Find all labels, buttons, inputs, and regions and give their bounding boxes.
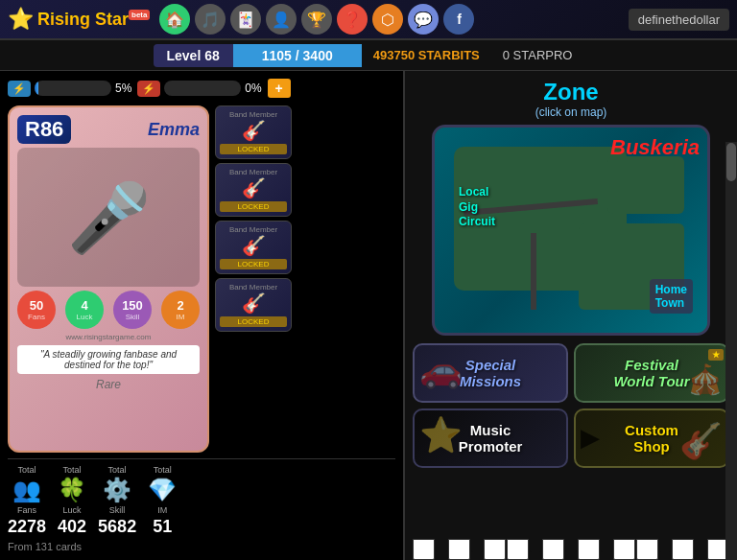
festival-badge: ★: [708, 349, 724, 361]
logo-area: ⭐ Rising Star beta: [8, 7, 150, 32]
piano-key-white-5: [542, 539, 564, 560]
luck-stat: 4 Luck: [65, 291, 104, 329]
band-member-label-3: Band Member: [220, 225, 287, 234]
stamina-icon: ⚡: [8, 81, 31, 97]
fans-stat: 50 Fans: [17, 291, 56, 329]
band-member-label-1: Band Member: [220, 110, 287, 119]
starpro-display: 0 STARPRO: [491, 44, 584, 66]
local-gig-label[interactable]: LocalGigCircuit: [459, 185, 495, 230]
festival-world-tour-button[interactable]: 🎪 FestivalWorld Tour ★: [574, 343, 729, 403]
fans-label: Fans: [28, 313, 45, 321]
custom-shop-button[interactable]: 🎸 CustomShop ▶: [574, 408, 729, 468]
music-promoter-button[interactable]: ⭐ MusicPromoter: [413, 408, 568, 468]
map-background: Buskeria LocalGigCircuit HomeTown: [435, 128, 707, 333]
flash-icon: ⚡: [137, 81, 160, 97]
im-col-label: IM: [157, 505, 167, 515]
right-panel: Zone (click on map) Buskeria LocalGigCir…: [403, 71, 737, 560]
piano-key-black-7: [695, 539, 706, 552]
piano-key-white-3: [484, 539, 506, 560]
card-website: www.risingstargame.com: [17, 333, 200, 341]
map-container[interactable]: Buskeria LocalGigCircuit HomeTown: [432, 125, 710, 336]
band-icon-3: 🎸: [220, 234, 287, 257]
starbits-display: 493750 STARBITS: [362, 44, 491, 66]
hive-nav-icon[interactable]: ⬡: [372, 4, 403, 35]
card-rarity: Rare: [17, 378, 200, 391]
piano-key-white-7: [613, 539, 635, 560]
map-road-2: [531, 233, 536, 310]
fans-col-icon: 👥: [12, 477, 41, 503]
band-member-slot-2[interactable]: Band Member 🎸 LOCKED: [215, 163, 292, 217]
piano-key-white-6: [578, 539, 600, 560]
shop-arrow-icon: ▶: [581, 425, 598, 452]
main-content: ⚡ 5% ⚡ 0% + R86 Emma: [0, 71, 737, 560]
action-buttons: 🚗 SpecialMissions 🎪 FestivalWorld Tour ★…: [405, 336, 737, 476]
home-town-label[interactable]: HomeTown: [650, 279, 693, 314]
nav-icons: 🏠 🎵 🃏 👤 🏆 ❓ ⬡ 💬 f: [159, 4, 474, 35]
star-icon: ⭐: [8, 7, 34, 32]
skill-num: 150: [122, 298, 143, 313]
cards-nav-icon[interactable]: 🃏: [230, 4, 261, 35]
shop-bg-icon: 🎸: [679, 421, 723, 461]
piano-key-white-2: [448, 539, 470, 560]
band-member-slot-4[interactable]: Band Member 🎸 LOCKED: [215, 278, 292, 332]
skill-col-label: Skill: [109, 505, 126, 515]
trophy-nav-icon[interactable]: 🏆: [301, 4, 332, 35]
card-stats: 50 Fans 4 Luck 150 Skill 2 IM: [17, 291, 200, 329]
left-panel: ⚡ 5% ⚡ 0% + R86 Emma: [0, 71, 403, 560]
total-fans-col: Total 👥 Fans 2278: [8, 465, 46, 537]
stamina-bar-group: ⚡ 5%: [8, 81, 131, 97]
card-id: R86: [17, 115, 71, 144]
festival-bg-icon: 🎪: [687, 362, 723, 396]
card-name: Emma: [148, 120, 200, 140]
fans-col-value: 2278: [8, 517, 46, 537]
locked-badge-4: LOCKED: [220, 316, 287, 327]
band-icon-4: 🎸: [220, 292, 287, 315]
total-skill-col: Total ⚙️ Skill 5682: [98, 465, 136, 537]
fans-num: 50: [30, 298, 43, 313]
luck-col-value: 402: [58, 517, 86, 537]
band-member-slot-1[interactable]: Band Member 🎸 LOCKED: [215, 105, 292, 159]
level-bar: Level 68 1105 / 3400 493750 STARBITS 0 S…: [0, 40, 737, 71]
person-nav-icon[interactable]: 👤: [266, 4, 297, 35]
total-label-skill: Total: [108, 465, 127, 475]
piano-key-black: [436, 539, 447, 552]
question-nav-icon[interactable]: ❓: [337, 4, 368, 35]
stamina-value: 5%: [115, 82, 131, 95]
im-num: 2: [177, 298, 183, 313]
card-quote: "A steadily growing fanbase and destined…: [17, 345, 200, 374]
special-missions-button[interactable]: 🚗 SpecialMissions: [413, 343, 568, 403]
total-label-fans: Total: [18, 465, 36, 475]
im-col-icon: 💎: [148, 477, 177, 503]
xp-bar: 1105 / 3400: [233, 44, 362, 67]
total-im-col: Total 💎 IM 51: [148, 465, 177, 537]
luck-label: Luck: [77, 313, 93, 321]
discord-nav-icon[interactable]: 💬: [408, 4, 439, 35]
band-member-label-2: Band Member: [220, 168, 287, 176]
skill-label: Skill: [126, 313, 140, 321]
from-cards-text: From 131 cards: [8, 541, 395, 552]
map-land-top-right: [607, 156, 684, 214]
music-nav-icon[interactable]: 🎵: [195, 4, 226, 35]
logo-text: Rising Star: [37, 10, 129, 30]
piano-key-white-9: [672, 539, 694, 560]
luck-col-label: Luck: [63, 505, 82, 515]
band-icon-1: 🎸: [220, 119, 287, 142]
locked-badge-3: LOCKED: [220, 259, 287, 269]
luck-num: 4: [81, 298, 87, 313]
scroll-thumb[interactable]: [726, 143, 736, 181]
band-member-slot-3[interactable]: Band Member 🎸 LOCKED: [215, 221, 292, 274]
plus-button[interactable]: +: [268, 79, 291, 98]
skill-col-icon: ⚙️: [103, 477, 131, 503]
music-promoter-label: MusicPromoter: [459, 422, 523, 455]
character-card[interactable]: R86 Emma 🎤 50 Fans 4 Luck: [8, 105, 209, 453]
special-missions-bg-icon: 🚗: [419, 350, 463, 390]
scrollbar[interactable]: [725, 142, 737, 560]
luck-col-icon: 🍀: [58, 477, 86, 503]
facebook-nav-icon[interactable]: f: [443, 4, 474, 35]
skill-col-value: 5682: [98, 517, 136, 537]
special-missions-label: SpecialMissions: [460, 357, 521, 389]
home-nav-icon[interactable]: 🏠: [159, 4, 190, 35]
zone-title: Zone: [405, 71, 737, 105]
piano-key-white: [413, 539, 435, 560]
skill-stat: 150 Skill: [113, 291, 152, 329]
